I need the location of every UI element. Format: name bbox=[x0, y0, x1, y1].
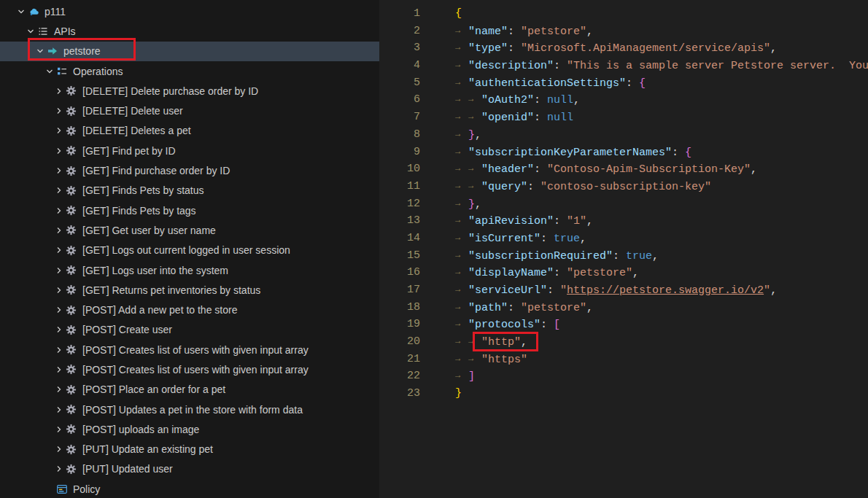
line-number[interactable]: 22 bbox=[379, 367, 420, 385]
code-line-10[interactable]: 10→→"header": "Contoso-Apim-Subscription… bbox=[379, 160, 868, 178]
chevron-expanded-icon[interactable] bbox=[15, 6, 28, 17]
tree-item-p111[interactable]: p111 bbox=[0, 1, 379, 21]
chevron-expanded-icon[interactable] bbox=[34, 45, 47, 57]
code-line-20[interactable]: 20→→"http", bbox=[379, 333, 868, 351]
code-line-2[interactable]: 2→"name": "petstore", bbox=[379, 23, 868, 40]
chevron-collapsed-icon[interactable] bbox=[53, 184, 66, 196]
tree-item-put-updated-user[interactable]: [PUT] Updated user bbox=[0, 459, 379, 479]
line-number[interactable]: 3 bbox=[379, 39, 420, 57]
line-number[interactable]: 19 bbox=[379, 316, 420, 333]
chevron-collapsed-icon[interactable] bbox=[53, 344, 66, 356]
chevron-collapsed-icon[interactable] bbox=[53, 304, 66, 316]
code-line-6[interactable]: 6→→"oAuth2": null, bbox=[379, 91, 868, 109]
tree-item-get-finds-pets-by-status[interactable]: [GET] Finds Pets by status bbox=[0, 181, 379, 201]
code-line-7[interactable]: 7→→"openid": null bbox=[379, 109, 868, 126]
code-line-22[interactable]: 22→] bbox=[379, 367, 868, 385]
code-line-23[interactable]: 23} bbox=[379, 385, 868, 402]
line-number[interactable]: 10 bbox=[379, 160, 420, 178]
line-number[interactable]: 15 bbox=[379, 247, 420, 265]
tree-item-delete-delete-user[interactable]: [DELETE] Delete user bbox=[0, 101, 379, 120]
code-line-14[interactable]: 14→"isCurrent": true, bbox=[379, 230, 868, 247]
tree-item-get-find-pet-by-id[interactable]: [GET] Find pet by ID bbox=[0, 141, 379, 160]
tree-item-post-place-an-order-for-a-pet[interactable]: [POST] Place an order for a pet bbox=[0, 380, 379, 400]
tree-item-post-creates-list-of-users-with-given-input-arra[interactable]: [POST] Creates list of users with given … bbox=[0, 340, 379, 359]
json-editor[interactable]: 1{2→"name": "petstore",3→"type": "Micros… bbox=[379, 0, 868, 498]
chevron-collapsed-icon[interactable] bbox=[53, 424, 66, 435]
line-number[interactable]: 6 bbox=[379, 91, 420, 109]
line-number[interactable]: 9 bbox=[379, 144, 420, 161]
tree-item-get-logs-out-current-logged-in-user-session[interactable]: [GET] Logs out current logged in user se… bbox=[0, 241, 379, 260]
tree-item-apis[interactable]: APIs bbox=[0, 21, 379, 41]
chevron-collapsed-icon[interactable] bbox=[53, 105, 66, 117]
line-number[interactable]: 13 bbox=[379, 212, 420, 230]
tree-item-post-create-user[interactable]: [POST] Create user bbox=[0, 320, 379, 340]
tree-item-delete-delete-purchase-order-by-id[interactable]: [DELETE] Delete purchase order by ID bbox=[0, 81, 379, 101]
code-line-3[interactable]: 3→"type": "Microsoft.ApiManagement/servi… bbox=[379, 39, 868, 57]
chevron-collapsed-icon[interactable] bbox=[53, 404, 66, 416]
chevron-collapsed-icon[interactable] bbox=[53, 145, 66, 157]
tree-item-get-finds-pets-by-tags[interactable]: [GET] Finds Pets by tags bbox=[0, 201, 379, 220]
chevron-collapsed-icon[interactable] bbox=[53, 85, 66, 97]
tree-item-put-update-an-existing-pet[interactable]: [PUT] Update an existing pet bbox=[0, 440, 379, 459]
code-line-15[interactable]: 15→"subscriptionRequired": true, bbox=[379, 247, 868, 265]
line-number[interactable]: 8 bbox=[379, 126, 420, 144]
chevron-collapsed-icon[interactable] bbox=[53, 463, 66, 475]
line-number[interactable]: 12 bbox=[379, 195, 420, 213]
code-line-1[interactable]: 1{ bbox=[379, 5, 868, 23]
line-number[interactable]: 7 bbox=[379, 109, 420, 126]
tree-item-get-logs-user-into-the-system[interactable]: [GET] Logs user into the system bbox=[0, 260, 379, 280]
code-line-11[interactable]: 11→→"query": "contoso-subscription-key" bbox=[379, 178, 868, 195]
chevron-collapsed-icon[interactable] bbox=[53, 265, 66, 276]
line-number[interactable]: 17 bbox=[379, 281, 420, 299]
line-number[interactable]: 2 bbox=[379, 23, 420, 40]
url-link[interactable]: https://petstore.swagger.io/v2 bbox=[567, 284, 764, 297]
line-number[interactable]: 21 bbox=[379, 351, 420, 368]
tree-item-operations[interactable]: Operations bbox=[0, 61, 379, 81]
code-line-8[interactable]: 8→}, bbox=[379, 126, 868, 144]
chevron-collapsed-icon[interactable] bbox=[53, 225, 66, 236]
chevron-collapsed-icon[interactable] bbox=[53, 324, 66, 335]
line-number[interactable]: 11 bbox=[379, 178, 420, 195]
code-line-12[interactable]: 12→}, bbox=[379, 195, 868, 213]
line-number[interactable]: 18 bbox=[379, 299, 420, 316]
chevron-collapsed-icon[interactable] bbox=[53, 205, 66, 217]
line-number[interactable]: 4 bbox=[379, 57, 420, 74]
chevron-collapsed-icon[interactable] bbox=[53, 384, 66, 395]
tree-item-get-find-purchase-order-by-id[interactable]: [GET] Find purchase order by ID bbox=[0, 160, 379, 180]
code-line-21[interactable]: 21→→"https" bbox=[379, 351, 868, 368]
line-number[interactable]: 16 bbox=[379, 264, 420, 281]
code-line-5[interactable]: 5→"authenticationSettings": { bbox=[379, 74, 868, 92]
chevron-collapsed-icon[interactable] bbox=[53, 125, 66, 136]
chevron-collapsed-icon[interactable] bbox=[53, 284, 66, 296]
tab-whitespace-arrow: → bbox=[468, 160, 481, 178]
code-line-16[interactable]: 16→"displayName": "petstore", bbox=[379, 264, 868, 281]
chevron-expanded-icon[interactable] bbox=[43, 66, 56, 77]
chevron-expanded-icon[interactable] bbox=[24, 26, 37, 37]
chevron-collapsed-icon[interactable] bbox=[53, 244, 66, 256]
chevron-collapsed-icon[interactable] bbox=[53, 364, 66, 376]
tree-item-get-get-user-by-user-name[interactable]: [GET] Get user by user name bbox=[0, 220, 379, 240]
code-line-18[interactable]: 18→"path": "petstore", bbox=[379, 299, 868, 316]
line-number[interactable]: 20 bbox=[379, 333, 420, 351]
tree-item-post-uploads-an-image[interactable]: [POST] uploads an image bbox=[0, 419, 379, 439]
code-line-19[interactable]: 19→"protocols": [ bbox=[379, 316, 868, 333]
line-number[interactable]: 14 bbox=[379, 230, 420, 247]
operation-gear-icon bbox=[66, 225, 82, 236]
tree-item-petstore[interactable]: petstore bbox=[0, 42, 379, 61]
tree-item-post-creates-list-of-users-with-given-input-arra[interactable]: [POST] Creates list of users with given … bbox=[0, 359, 379, 379]
code-line-17[interactable]: 17→"serviceUrl": "https://petstore.swagg… bbox=[379, 281, 868, 299]
chevron-collapsed-icon[interactable] bbox=[53, 165, 66, 176]
tree-item-get-returns-pet-inventories-by-status[interactable]: [GET] Returns pet inventories by status bbox=[0, 280, 379, 300]
tree-item-post-updates-a-pet-in-the-store-with-form-data[interactable]: [POST] Updates a pet in the store with f… bbox=[0, 400, 379, 419]
tree-item-policy[interactable]: Policy bbox=[0, 479, 379, 498]
tree-item-post-add-a-new-pet-to-the-store[interactable]: [POST] Add a new pet to the store bbox=[0, 300, 379, 319]
code-line-13[interactable]: 13→"apiRevision": "1", bbox=[379, 212, 868, 230]
code-line-4[interactable]: 4→"description": "This is a sample serve… bbox=[379, 57, 868, 74]
chevron-collapsed-icon[interactable] bbox=[53, 443, 66, 455]
tree-item-label: [PUT] Update an existing pet bbox=[82, 443, 213, 455]
line-number[interactable]: 5 bbox=[379, 74, 420, 92]
line-number[interactable]: 23 bbox=[379, 385, 420, 402]
line-number[interactable]: 1 bbox=[379, 5, 420, 23]
code-line-9[interactable]: 9→"subscriptionKeyParameterNames": { bbox=[379, 144, 868, 161]
tree-item-delete-deletes-a-pet[interactable]: [DELETE] Deletes a pet bbox=[0, 121, 379, 141]
